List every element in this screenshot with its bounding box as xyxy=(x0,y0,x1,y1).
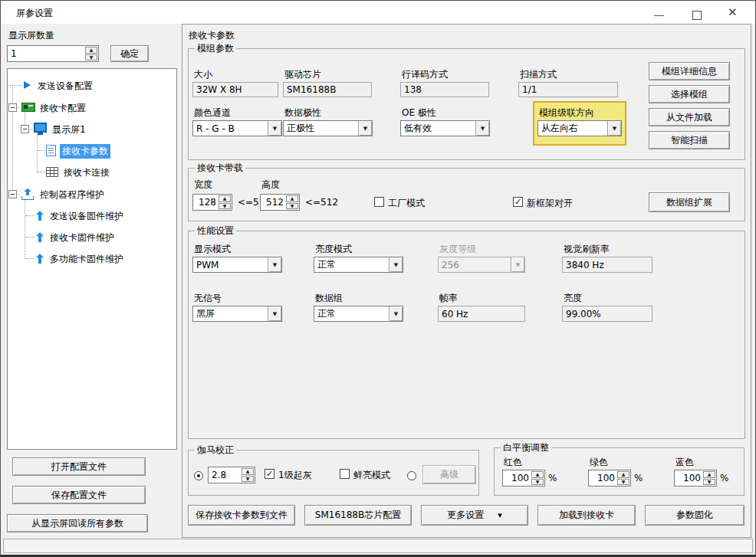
display-mode-select[interactable]: PWM ▼ xyxy=(192,257,282,273)
tree-connector xyxy=(25,258,35,259)
smart-scan-button[interactable]: 智能扫描 xyxy=(649,131,730,149)
color-channel-select[interactable]: R - G - B ▼ xyxy=(192,120,282,136)
spin-down-icon[interactable]: ▼ xyxy=(85,54,97,61)
spin-up-icon[interactable]: ▲ xyxy=(617,471,629,478)
frame-rate-field: 60 Hz xyxy=(438,306,525,322)
collapse-icon[interactable] xyxy=(8,190,17,198)
spin-down-icon[interactable]: ▼ xyxy=(219,203,231,210)
select-module-button[interactable]: 选择模组 xyxy=(649,85,730,103)
spin-up-icon[interactable]: ▲ xyxy=(219,195,231,202)
save-config-file-button[interactable]: 保存配置文件 xyxy=(12,486,146,504)
save-receiver-params-button[interactable]: 保存接收卡参数到文件 xyxy=(188,505,295,526)
maximize-icon[interactable] xyxy=(692,11,702,20)
new-frame-label: 新框架对开 xyxy=(527,197,573,210)
no-signal-select[interactable]: 黑屏 ▼ xyxy=(192,306,282,322)
color-channel-label: 颜色通道 xyxy=(194,106,231,120)
tree-item-display-screen-1[interactable]: 显示屏1 xyxy=(50,123,88,137)
width-label: 宽度 xyxy=(194,179,212,192)
close-icon[interactable]: ✕ xyxy=(728,5,738,19)
gray-start-checkbox[interactable]: ✓ xyxy=(265,469,274,479)
tree-item-send-device-firmware[interactable]: 发送设备固件维护 xyxy=(48,209,126,224)
tree-item-controller-program-maintenance[interactable]: 控制器程序维护 xyxy=(38,188,107,202)
spin-down-icon[interactable]: ▼ xyxy=(242,476,254,483)
gray-start-label: 1级起灰 xyxy=(278,469,312,482)
module-detail-button[interactable]: 模组详细信息 xyxy=(649,62,730,80)
collapse-icon[interactable] xyxy=(8,103,17,112)
readback-params-button[interactable]: 从显示屏回读所有参数 xyxy=(7,514,148,532)
minimize-icon[interactable] xyxy=(654,15,664,16)
spin-down-icon[interactable]: ▼ xyxy=(531,479,544,486)
spin-down-icon[interactable]: ▼ xyxy=(703,479,715,486)
gamma-advanced-radio[interactable] xyxy=(407,471,416,480)
spin-up-icon[interactable]: ▲ xyxy=(286,195,298,202)
tree-item-multifunction-card-firmware[interactable]: 多功能卡固件维护 xyxy=(48,252,126,267)
red-spinner[interactable]: 100 ▲ ▼ xyxy=(502,470,545,487)
red-percent-label: % xyxy=(548,473,557,483)
spin-up-icon[interactable]: ▲ xyxy=(242,468,254,475)
tree-connector xyxy=(12,87,13,194)
data-group-expand-button[interactable]: 数据组扩展 xyxy=(649,192,730,212)
chevron-down-icon: ▼ xyxy=(268,121,281,136)
data-group-select[interactable]: 正常 ▼ xyxy=(314,306,403,322)
oe-polarity-select[interactable]: 低有效 ▼ xyxy=(400,120,490,136)
gray-level-label: 灰度等级 xyxy=(439,243,476,256)
chip-config-button[interactable]: SM16188B芯片配置 xyxy=(304,505,412,526)
module-params-group-title: 模组参数 xyxy=(195,42,236,55)
cascade-direction-select[interactable]: 从左向右 ▼ xyxy=(537,120,622,136)
green-percent-label: % xyxy=(634,473,643,483)
gamma-value-radio[interactable] xyxy=(194,471,203,480)
brightness-field: 99.00% xyxy=(562,306,652,322)
width-spinner[interactable]: 128 ▲ ▼ xyxy=(192,194,232,211)
spin-up-icon[interactable]: ▲ xyxy=(703,471,715,478)
height-spinner[interactable]: 512 ▲ ▼ xyxy=(260,194,300,211)
spin-up-icon[interactable]: ▲ xyxy=(531,471,544,478)
gamma-spinner[interactable]: 2.8 ▲ ▼ xyxy=(208,467,255,483)
blue-spinner[interactable]: 100 ▲ ▼ xyxy=(674,470,717,487)
collapse-icon[interactable] xyxy=(21,125,29,133)
brightness-label: 亮度 xyxy=(564,292,582,305)
tree-item-receiver-card-config[interactable]: 接收卡配置 xyxy=(38,101,88,116)
chevron-down-icon: ▼ xyxy=(389,257,403,272)
open-config-file-button[interactable]: 打开配置文件 xyxy=(12,457,146,476)
up-arrow-icon xyxy=(35,253,44,264)
refresh-rate-label: 视觉刷新率 xyxy=(564,243,610,256)
tree-item-receiver-card-params[interactable]: 接收卡参数 xyxy=(60,144,110,159)
new-frame-checkbox[interactable]: ✓ xyxy=(513,197,523,207)
window-title: 屏参设置 xyxy=(16,7,53,20)
green-spinner[interactable]: 100 ▲ ▼ xyxy=(588,470,631,487)
display-count-value: 1 xyxy=(8,46,84,61)
load-from-file-button[interactable]: 从文件加载 xyxy=(649,108,730,126)
data-polarity-select[interactable]: 正极性 ▼ xyxy=(283,120,373,136)
chevron-down-icon: ▼ xyxy=(475,121,489,136)
display-count-spinner[interactable]: 1 ▲ ▼ xyxy=(7,45,99,62)
data-group-label: 数据组 xyxy=(315,292,343,305)
size-field: 32W X 8H xyxy=(192,82,278,97)
chevron-down-icon: ▼ xyxy=(498,513,501,519)
display-count-label: 显示屏数量 xyxy=(8,29,54,42)
vivid-mode-label: 鲜亮模式 xyxy=(353,469,390,482)
spin-down-icon[interactable]: ▼ xyxy=(286,203,298,210)
brightness-mode-select[interactable]: 正常 ▼ xyxy=(314,257,403,273)
blue-label: 蓝色 xyxy=(675,456,694,469)
more-settings-button[interactable]: 更多设置 ▼ xyxy=(421,505,528,526)
factory-mode-label: 工厂模式 xyxy=(388,197,425,210)
red-label: 红色 xyxy=(504,456,522,469)
driver-chip-label: 驱动芯片 xyxy=(284,68,321,81)
tree-connector xyxy=(25,215,35,216)
blue-percent-label: % xyxy=(720,473,728,483)
size-label: 大小 xyxy=(194,68,212,81)
tree-item-receiver-card-firmware[interactable]: 接收卡固件维护 xyxy=(48,231,117,245)
vivid-mode-checkbox[interactable] xyxy=(340,469,350,479)
tree-item-receiver-card-connection[interactable]: 接收卡连接 xyxy=(61,165,112,180)
tree-item-send-device-config[interactable]: 发送设备配置 xyxy=(35,79,95,93)
oe-polarity-label: OE 极性 xyxy=(402,106,436,120)
spin-up-icon[interactable]: ▲ xyxy=(85,47,97,54)
up-arrow-icon xyxy=(35,210,44,221)
factory-mode-checkbox[interactable] xyxy=(374,197,384,207)
row-decode-field: 138 xyxy=(400,82,489,97)
load-to-receiver-button[interactable]: 加载到接收卡 xyxy=(537,505,636,526)
height-limit-label: <=512 xyxy=(305,197,338,208)
ok-button[interactable]: 确定 xyxy=(110,45,149,62)
spin-down-icon[interactable]: ▼ xyxy=(617,479,629,486)
params-solidify-button[interactable]: 参数固化 xyxy=(645,505,744,526)
